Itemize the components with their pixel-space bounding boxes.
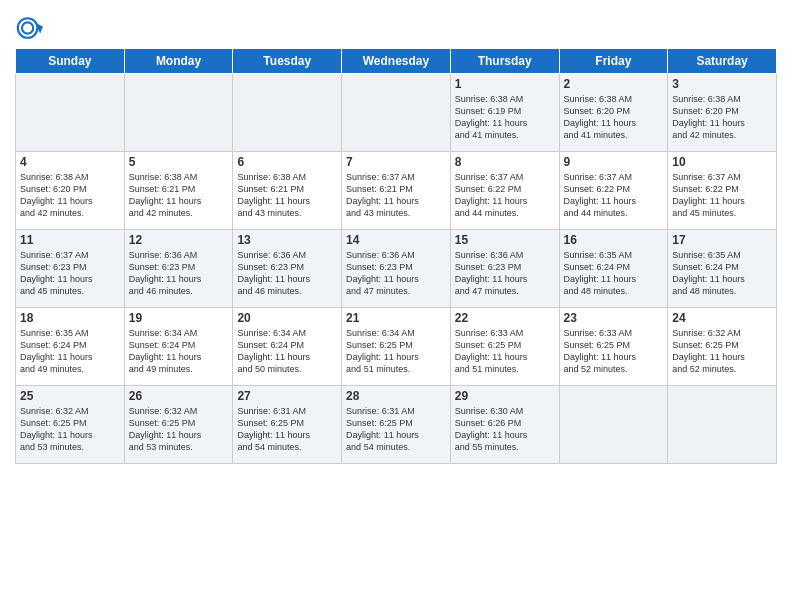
day-info: Sunrise: 6:38 AM Sunset: 6:20 PM Dayligh… xyxy=(672,93,772,142)
day-info: Sunrise: 6:37 AM Sunset: 6:23 PM Dayligh… xyxy=(20,249,120,298)
calendar-header-saturday: Saturday xyxy=(668,49,777,74)
logo xyxy=(15,14,46,42)
calendar-cell: 19Sunrise: 6:34 AM Sunset: 6:24 PM Dayli… xyxy=(124,308,233,386)
calendar-cell: 29Sunrise: 6:30 AM Sunset: 6:26 PM Dayli… xyxy=(450,386,559,464)
day-info: Sunrise: 6:38 AM Sunset: 6:21 PM Dayligh… xyxy=(237,171,337,220)
day-info: Sunrise: 6:37 AM Sunset: 6:21 PM Dayligh… xyxy=(346,171,446,220)
calendar-header-row: SundayMondayTuesdayWednesdayThursdayFrid… xyxy=(16,49,777,74)
day-number: 20 xyxy=(237,311,337,325)
calendar-week-row: 4Sunrise: 6:38 AM Sunset: 6:20 PM Daylig… xyxy=(16,152,777,230)
day-info: Sunrise: 6:34 AM Sunset: 6:24 PM Dayligh… xyxy=(237,327,337,376)
day-info: Sunrise: 6:38 AM Sunset: 6:19 PM Dayligh… xyxy=(455,93,555,142)
day-number: 13 xyxy=(237,233,337,247)
calendar-cell: 3Sunrise: 6:38 AM Sunset: 6:20 PM Daylig… xyxy=(668,74,777,152)
day-info: Sunrise: 6:37 AM Sunset: 6:22 PM Dayligh… xyxy=(672,171,772,220)
day-info: Sunrise: 6:32 AM Sunset: 6:25 PM Dayligh… xyxy=(20,405,120,454)
calendar-cell: 14Sunrise: 6:36 AM Sunset: 6:23 PM Dayli… xyxy=(342,230,451,308)
calendar-cell xyxy=(16,74,125,152)
calendar-cell: 5Sunrise: 6:38 AM Sunset: 6:21 PM Daylig… xyxy=(124,152,233,230)
day-info: Sunrise: 6:37 AM Sunset: 6:22 PM Dayligh… xyxy=(455,171,555,220)
logo-icon xyxy=(15,14,43,42)
day-number: 10 xyxy=(672,155,772,169)
day-info: Sunrise: 6:33 AM Sunset: 6:25 PM Dayligh… xyxy=(455,327,555,376)
calendar-header-thursday: Thursday xyxy=(450,49,559,74)
calendar-cell: 25Sunrise: 6:32 AM Sunset: 6:25 PM Dayli… xyxy=(16,386,125,464)
calendar-cell xyxy=(668,386,777,464)
calendar-cell: 24Sunrise: 6:32 AM Sunset: 6:25 PM Dayli… xyxy=(668,308,777,386)
svg-point-0 xyxy=(18,18,38,38)
calendar: SundayMondayTuesdayWednesdayThursdayFrid… xyxy=(15,48,777,464)
day-number: 27 xyxy=(237,389,337,403)
calendar-cell xyxy=(559,386,668,464)
day-number: 15 xyxy=(455,233,555,247)
calendar-cell: 20Sunrise: 6:34 AM Sunset: 6:24 PM Dayli… xyxy=(233,308,342,386)
day-info: Sunrise: 6:30 AM Sunset: 6:26 PM Dayligh… xyxy=(455,405,555,454)
calendar-cell: 11Sunrise: 6:37 AM Sunset: 6:23 PM Dayli… xyxy=(16,230,125,308)
calendar-header-friday: Friday xyxy=(559,49,668,74)
day-info: Sunrise: 6:35 AM Sunset: 6:24 PM Dayligh… xyxy=(20,327,120,376)
calendar-cell: 9Sunrise: 6:37 AM Sunset: 6:22 PM Daylig… xyxy=(559,152,668,230)
day-number: 22 xyxy=(455,311,555,325)
calendar-week-row: 18Sunrise: 6:35 AM Sunset: 6:24 PM Dayli… xyxy=(16,308,777,386)
day-info: Sunrise: 6:32 AM Sunset: 6:25 PM Dayligh… xyxy=(129,405,229,454)
calendar-week-row: 1Sunrise: 6:38 AM Sunset: 6:19 PM Daylig… xyxy=(16,74,777,152)
calendar-cell: 7Sunrise: 6:37 AM Sunset: 6:21 PM Daylig… xyxy=(342,152,451,230)
day-info: Sunrise: 6:34 AM Sunset: 6:24 PM Dayligh… xyxy=(129,327,229,376)
day-number: 28 xyxy=(346,389,446,403)
calendar-cell: 8Sunrise: 6:37 AM Sunset: 6:22 PM Daylig… xyxy=(450,152,559,230)
day-info: Sunrise: 6:33 AM Sunset: 6:25 PM Dayligh… xyxy=(564,327,664,376)
day-info: Sunrise: 6:37 AM Sunset: 6:22 PM Dayligh… xyxy=(564,171,664,220)
calendar-cell: 13Sunrise: 6:36 AM Sunset: 6:23 PM Dayli… xyxy=(233,230,342,308)
day-number: 7 xyxy=(346,155,446,169)
day-number: 2 xyxy=(564,77,664,91)
calendar-cell: 21Sunrise: 6:34 AM Sunset: 6:25 PM Dayli… xyxy=(342,308,451,386)
calendar-header-sunday: Sunday xyxy=(16,49,125,74)
calendar-cell: 4Sunrise: 6:38 AM Sunset: 6:20 PM Daylig… xyxy=(16,152,125,230)
calendar-cell xyxy=(233,74,342,152)
day-info: Sunrise: 6:31 AM Sunset: 6:25 PM Dayligh… xyxy=(346,405,446,454)
day-number: 23 xyxy=(564,311,664,325)
day-number: 11 xyxy=(20,233,120,247)
day-number: 26 xyxy=(129,389,229,403)
calendar-cell xyxy=(124,74,233,152)
day-number: 25 xyxy=(20,389,120,403)
svg-point-1 xyxy=(22,22,33,33)
day-number: 6 xyxy=(237,155,337,169)
day-info: Sunrise: 6:31 AM Sunset: 6:25 PM Dayligh… xyxy=(237,405,337,454)
day-number: 1 xyxy=(455,77,555,91)
day-info: Sunrise: 6:38 AM Sunset: 6:20 PM Dayligh… xyxy=(20,171,120,220)
day-info: Sunrise: 6:36 AM Sunset: 6:23 PM Dayligh… xyxy=(455,249,555,298)
day-info: Sunrise: 6:38 AM Sunset: 6:21 PM Dayligh… xyxy=(129,171,229,220)
day-info: Sunrise: 6:35 AM Sunset: 6:24 PM Dayligh… xyxy=(564,249,664,298)
day-info: Sunrise: 6:32 AM Sunset: 6:25 PM Dayligh… xyxy=(672,327,772,376)
calendar-week-row: 25Sunrise: 6:32 AM Sunset: 6:25 PM Dayli… xyxy=(16,386,777,464)
day-number: 14 xyxy=(346,233,446,247)
day-info: Sunrise: 6:34 AM Sunset: 6:25 PM Dayligh… xyxy=(346,327,446,376)
day-number: 3 xyxy=(672,77,772,91)
calendar-cell: 22Sunrise: 6:33 AM Sunset: 6:25 PM Dayli… xyxy=(450,308,559,386)
day-number: 5 xyxy=(129,155,229,169)
calendar-cell: 6Sunrise: 6:38 AM Sunset: 6:21 PM Daylig… xyxy=(233,152,342,230)
day-number: 18 xyxy=(20,311,120,325)
calendar-cell: 16Sunrise: 6:35 AM Sunset: 6:24 PM Dayli… xyxy=(559,230,668,308)
calendar-cell: 10Sunrise: 6:37 AM Sunset: 6:22 PM Dayli… xyxy=(668,152,777,230)
calendar-cell: 15Sunrise: 6:36 AM Sunset: 6:23 PM Dayli… xyxy=(450,230,559,308)
day-number: 24 xyxy=(672,311,772,325)
day-info: Sunrise: 6:36 AM Sunset: 6:23 PM Dayligh… xyxy=(237,249,337,298)
calendar-cell: 18Sunrise: 6:35 AM Sunset: 6:24 PM Dayli… xyxy=(16,308,125,386)
calendar-cell: 28Sunrise: 6:31 AM Sunset: 6:25 PM Dayli… xyxy=(342,386,451,464)
day-info: Sunrise: 6:38 AM Sunset: 6:20 PM Dayligh… xyxy=(564,93,664,142)
day-number: 8 xyxy=(455,155,555,169)
day-info: Sunrise: 6:36 AM Sunset: 6:23 PM Dayligh… xyxy=(346,249,446,298)
day-number: 16 xyxy=(564,233,664,247)
day-number: 4 xyxy=(20,155,120,169)
day-number: 12 xyxy=(129,233,229,247)
day-info: Sunrise: 6:35 AM Sunset: 6:24 PM Dayligh… xyxy=(672,249,772,298)
day-number: 19 xyxy=(129,311,229,325)
day-number: 17 xyxy=(672,233,772,247)
day-number: 21 xyxy=(346,311,446,325)
day-number: 29 xyxy=(455,389,555,403)
calendar-header-wednesday: Wednesday xyxy=(342,49,451,74)
calendar-cell: 26Sunrise: 6:32 AM Sunset: 6:25 PM Dayli… xyxy=(124,386,233,464)
calendar-cell: 17Sunrise: 6:35 AM Sunset: 6:24 PM Dayli… xyxy=(668,230,777,308)
